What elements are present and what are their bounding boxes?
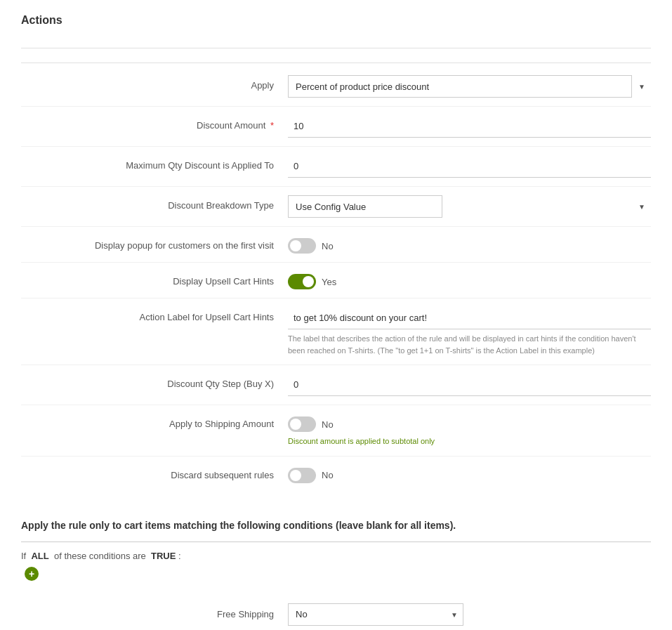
display-upsell-slider: [288, 274, 316, 289]
action-label-upsell-label: Action Label for Upsell Cart Hints: [21, 307, 288, 324]
discount-amount-row: Discount Amount *: [21, 107, 651, 147]
discount-amount-label: Discount Amount *: [21, 115, 288, 132]
discard-rules-toggle-wrapper: No: [288, 465, 651, 483]
discard-rules-row: Discard subsequent rules No: [21, 457, 651, 492]
discount-qty-step-row: Discount Qty Step (Buy X): [21, 365, 651, 405]
max-qty-label: Maximum Qty Discount is Applied To: [21, 155, 288, 172]
action-label-upsell-hint: The label that describes the action of t…: [288, 333, 651, 356]
discount-qty-step-label: Discount Qty Step (Buy X): [21, 374, 288, 391]
breakdown-type-label: Discount Breakdown Type: [21, 195, 288, 212]
free-shipping-row: Free Shipping NoFor matching items onlyF…: [21, 603, 651, 626]
apply-shipping-label: Apply to Shipping Amount: [21, 414, 288, 431]
display-upsell-row: Display Upsell Cart Hints Yes: [21, 263, 651, 298]
display-popup-slider: [288, 238, 316, 254]
breakdown-select-arrow: ▼: [638, 203, 645, 211]
apply-shipping-toggle-label: No: [322, 419, 334, 430]
apply-label: Apply: [21, 75, 288, 92]
action-label-upsell-control: The label that describes the action of t…: [288, 307, 651, 356]
add-condition-button[interactable]: +: [25, 567, 39, 581]
discount-qty-step-input[interactable]: [288, 374, 651, 396]
of-these-conditions: of these conditions are: [54, 551, 146, 561]
display-upsell-toggle-label: Yes: [322, 277, 336, 287]
free-shipping-select-wrapper: NoFor matching items onlyFor shipment wi…: [288, 603, 463, 626]
conditions-if-text: If ALL of these conditions are TRUE :: [21, 551, 651, 561]
display-upsell-toggle-wrapper: Yes: [288, 271, 651, 289]
apply-shipping-hint: Discount amount is applied to subtotal o…: [288, 435, 651, 447]
apply-shipping-control: No Discount amount is applied to subtota…: [288, 414, 651, 447]
breakdown-type-select[interactable]: Use Config ValuePer ProductPer Cart: [288, 195, 442, 218]
discount-qty-step-control: [288, 374, 651, 396]
discard-rules-slider: [288, 468, 316, 483]
actions-form-section: Apply Percent of product price discountF…: [21, 48, 651, 492]
colon: :: [178, 551, 181, 561]
apply-select-arrow: ▼: [638, 83, 645, 91]
page-title: Actions: [21, 14, 651, 34]
action-label-upsell-input[interactable]: [288, 307, 651, 329]
all-label: ALL: [31, 551, 48, 561]
apply-shipping-toggle[interactable]: [288, 416, 316, 432]
discard-rules-toggle[interactable]: [288, 468, 316, 483]
apply-rule-title: Apply the rule only to cart items matchi…: [21, 520, 651, 531]
display-popup-toggle-label: No: [322, 241, 334, 251]
breakdown-type-control: Use Config ValuePer ProductPer Cart ▼: [288, 195, 651, 218]
apply-shipping-row: Apply to Shipping Amount No Discount amo…: [21, 405, 651, 457]
discard-rules-toggle-label: No: [322, 470, 334, 480]
discard-rules-control: No: [288, 465, 651, 483]
breakdown-type-select-wrapper: Use Config ValuePer ProductPer Cart ▼: [288, 195, 651, 218]
breakdown-type-row: Discount Breakdown Type Use Config Value…: [21, 187, 651, 227]
display-upsell-toggle[interactable]: [288, 274, 316, 289]
display-popup-label: Display popup for customers on the first…: [21, 235, 288, 252]
display-popup-toggle-wrapper: No: [288, 235, 651, 254]
action-label-upsell-row: Action Label for Upsell Cart Hints The l…: [21, 298, 651, 365]
apply-control: Percent of product price discountFixed a…: [288, 75, 651, 98]
max-qty-input[interactable]: [288, 155, 651, 178]
free-shipping-label: Free Shipping: [21, 609, 288, 619]
display-popup-row: Display popup for customers on the first…: [21, 227, 651, 263]
apply-shipping-toggle-wrapper: No: [288, 414, 651, 432]
discard-rules-label: Discard subsequent rules: [21, 465, 288, 482]
apply-row: Apply Percent of product price discountF…: [21, 67, 651, 107]
display-upsell-label: Display Upsell Cart Hints: [21, 271, 288, 288]
if-label: If: [21, 551, 26, 561]
display-popup-toggle[interactable]: [288, 238, 316, 254]
true-label: TRUE: [151, 551, 176, 561]
conditions-section: If ALL of these conditions are TRUE : +: [21, 542, 651, 589]
free-shipping-select[interactable]: NoFor matching items onlyFor shipment wi…: [288, 603, 463, 626]
discount-amount-input[interactable]: [288, 115, 651, 138]
discount-amount-control: [288, 115, 651, 138]
display-popup-control: No: [288, 235, 651, 254]
max-qty-row: Maximum Qty Discount is Applied To: [21, 147, 651, 187]
required-star: *: [270, 120, 274, 131]
apply-shipping-slider: [288, 416, 316, 432]
apply-rule-section: Apply the rule only to cart items matchi…: [21, 513, 651, 589]
max-qty-control: [288, 155, 651, 178]
display-upsell-control: Yes: [288, 271, 651, 289]
apply-select-wrapper: Percent of product price discountFixed a…: [288, 75, 651, 98]
page-container: Actions Apply Percent of product price d…: [0, 0, 672, 630]
apply-select[interactable]: Percent of product price discountFixed a…: [288, 75, 632, 98]
